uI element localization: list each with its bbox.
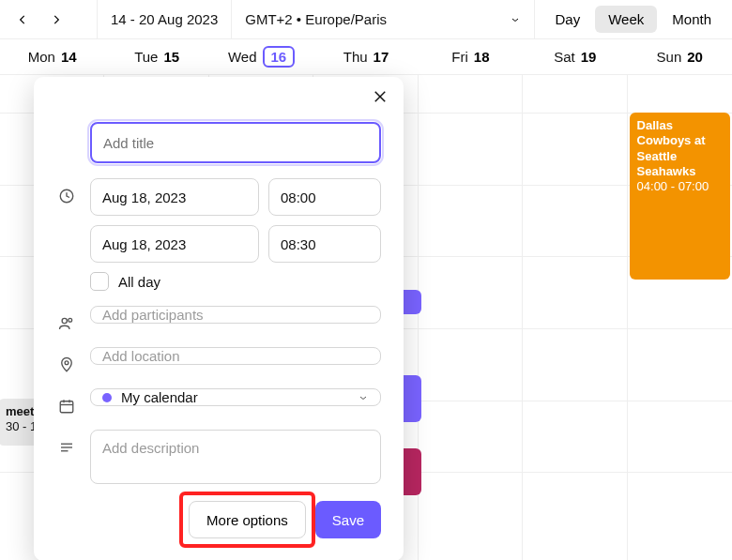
view-week-button[interactable]: Week [595, 6, 657, 33]
description-icon [56, 430, 77, 456]
chevron-down-icon [510, 11, 521, 27]
topbar: 14 - 20 Aug 2023 GMT+2 • Europe/Paris Da… [0, 0, 732, 39]
timezone-select[interactable]: GMT+2 • Europe/Paris [232, 0, 534, 38]
day-header-wed[interactable]: Wed16 [209, 39, 313, 74]
calendar-name: My calendar [121, 389, 198, 405]
view-day-button[interactable]: Day [542, 6, 594, 33]
day-column-fri[interactable] [419, 75, 523, 560]
participants-icon [56, 306, 77, 332]
start-time-field[interactable]: 08:00 [268, 178, 381, 216]
location-input[interactable] [90, 347, 381, 365]
svg-point-3 [62, 318, 67, 323]
day-header-fri[interactable]: Fri18 [419, 39, 523, 74]
chevron-down-icon [358, 389, 369, 405]
allday-checkbox[interactable]: All day [90, 272, 381, 291]
day-header-sun[interactable]: Sun20 [628, 39, 732, 74]
day-headers: Mon14 Tue15 Wed16 Thu17 Fri18 Sat19 Sun2… [0, 39, 732, 75]
calendar-select[interactable]: My calendar [90, 388, 381, 406]
allday-label: All day [118, 274, 160, 290]
day-header-thu[interactable]: Thu17 [313, 39, 418, 74]
day-header-mon[interactable]: Mon14 [0, 39, 104, 74]
calendar-color-dot [102, 393, 112, 402]
start-date-field[interactable]: Aug 18, 2023 [90, 178, 259, 216]
popup-actions: More options Save [56, 501, 381, 538]
clock-icon [56, 178, 77, 204]
checkbox-icon [90, 272, 109, 291]
close-button[interactable] [372, 88, 389, 109]
save-button[interactable]: Save [315, 501, 381, 538]
view-month-button[interactable]: Month [659, 6, 724, 33]
close-icon [372, 88, 389, 105]
description-input[interactable] [90, 430, 381, 484]
svg-point-4 [69, 318, 72, 322]
nav-arrows [0, 0, 98, 38]
day-column-sun[interactable]: Dallas Cowboys at Seattle Seahawks 04:00… [628, 75, 732, 560]
day-column-sat[interactable] [523, 75, 627, 560]
end-date-field[interactable]: Aug 18, 2023 [90, 225, 259, 263]
title-input[interactable] [90, 122, 381, 163]
event-time: 04:00 - 07:00 [637, 179, 723, 194]
new-event-popup: Aug 18, 2023 08:00 Aug 18, 2023 08:30 Al… [34, 77, 404, 560]
end-time-field[interactable]: 08:30 [268, 225, 381, 263]
calendar-icon [56, 388, 77, 415]
timezone-label: GMT+2 • Europe/Paris [245, 11, 387, 27]
event-title: Dallas Cowboys at Seattle Seahawks [637, 118, 723, 179]
location-icon [56, 347, 77, 373]
prev-week-button[interactable] [8, 5, 38, 35]
date-range[interactable]: 14 - 20 Aug 2023 [98, 0, 232, 38]
day-header-tue[interactable]: Tue15 [104, 39, 208, 74]
event-cowboys[interactable]: Dallas Cowboys at Seattle Seahawks 04:00… [630, 113, 730, 280]
participants-input[interactable] [90, 306, 381, 324]
svg-rect-6 [60, 401, 73, 413]
next-week-button[interactable] [41, 5, 71, 35]
view-switch: Day Week Month [535, 0, 732, 38]
svg-point-5 [65, 361, 69, 365]
more-options-button[interactable]: More options [189, 501, 306, 538]
day-header-sat[interactable]: Sat19 [523, 39, 627, 74]
